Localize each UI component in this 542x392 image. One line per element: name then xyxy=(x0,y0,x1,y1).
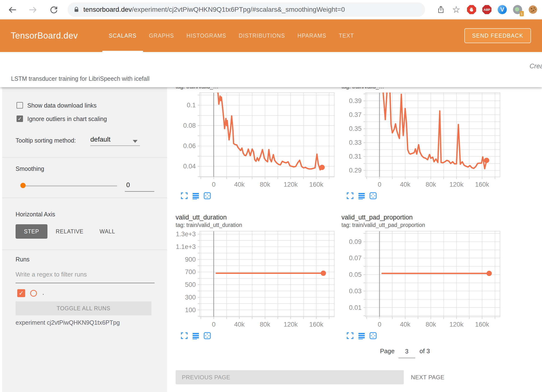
svg-text:80k: 80k xyxy=(426,181,436,188)
fullscreen-icon[interactable] xyxy=(346,332,354,340)
adblock-extension-button[interactable] xyxy=(467,5,476,14)
svg-text:0.29: 0.29 xyxy=(349,167,362,174)
url-domain: tensorboard.dev xyxy=(83,6,132,13)
axis-relative-button[interactable]: RELATIVE xyxy=(56,224,83,239)
fullscreen-icon[interactable] xyxy=(180,192,188,200)
data-table-icon[interactable] xyxy=(358,192,365,200)
chart-plot[interactable]: 1.3e+31.1e+3900700500300100040k80k120k16… xyxy=(176,231,337,329)
svg-text:40k: 40k xyxy=(400,181,410,188)
chart-plot[interactable]: 0.090.070.050.030.01040k80k120k160k xyxy=(341,231,502,329)
experiment-title-bar: Crea LSTM transducer training for LibriS… xyxy=(0,52,542,87)
abp-extension-button[interactable]: ABP xyxy=(482,5,492,14)
chart-tag: tag: train/valid_… xyxy=(176,87,337,91)
chart-toolbar xyxy=(346,192,502,200)
back-button[interactable] xyxy=(7,5,17,15)
pan-zoom-icon[interactable] xyxy=(369,332,377,340)
pan-zoom-icon[interactable] xyxy=(203,332,211,340)
svg-text:900: 900 xyxy=(185,256,196,263)
show-download-checkbox[interactable] xyxy=(17,102,23,109)
send-feedback-button[interactable]: SEND FEEDBACK xyxy=(464,28,531,43)
profile-extension-button[interactable]: 1 xyxy=(513,5,522,14)
svg-text:0: 0 xyxy=(378,181,381,188)
v-extension-icon: V xyxy=(498,5,507,14)
fullscreen-icon[interactable] xyxy=(180,332,188,340)
chart-toolbar xyxy=(180,332,337,340)
pan-zoom-icon[interactable] xyxy=(369,192,377,200)
svg-text:120k: 120k xyxy=(450,321,464,328)
share-button[interactable] xyxy=(436,5,446,14)
svg-text:0.05: 0.05 xyxy=(349,271,362,278)
tab-scalars[interactable]: SCALARS xyxy=(109,19,137,52)
bookmark-star-button[interactable]: ☆ xyxy=(451,5,461,14)
created-text-clipped: Crea xyxy=(530,63,542,70)
reload-icon xyxy=(49,5,58,14)
fullscreen-icon[interactable] xyxy=(346,192,354,200)
svg-text:120k: 120k xyxy=(284,321,298,328)
tab-histograms[interactable]: HISTOGRAMS xyxy=(186,19,226,52)
smoothing-slider-thumb[interactable] xyxy=(20,183,26,188)
data-table-icon[interactable] xyxy=(192,192,200,200)
run-checkbox[interactable]: ✓ xyxy=(17,289,25,297)
svg-text:80k: 80k xyxy=(426,321,436,328)
smoothing-slider-track[interactable] xyxy=(21,185,117,186)
smoothing-label: Smoothing xyxy=(16,165,44,172)
svg-text:80k: 80k xyxy=(260,181,270,188)
runs-label: Runs xyxy=(16,256,29,263)
url-text: tensorboard.dev/experiment/cj2vtPiwQHKN9… xyxy=(83,6,345,13)
chart-toolbar xyxy=(180,192,337,200)
smoothing-value-input[interactable] xyxy=(125,181,154,189)
tooltip-sorting-label: Tooltip sorting method: xyxy=(16,137,76,144)
tab-distributions[interactable]: DISTRIBUTIONS xyxy=(239,19,285,52)
app-header: TensorBoard.dev SCALARS GRAPHS HISTOGRAM… xyxy=(0,19,542,52)
cookie-icon xyxy=(528,5,537,14)
v-extension-button[interactable]: V xyxy=(497,5,507,14)
svg-text:0.01: 0.01 xyxy=(349,304,362,311)
next-page-button[interactable]: NEXT PAGE xyxy=(411,370,444,384)
app-logo[interactable]: TensorBoard.dev xyxy=(11,31,78,41)
svg-text:0: 0 xyxy=(378,321,381,328)
data-table-icon[interactable] xyxy=(192,332,200,340)
chart-title: valid_utt_pad_proportion xyxy=(341,214,502,222)
svg-text:0.09: 0.09 xyxy=(349,238,362,245)
page-number-input[interactable] xyxy=(398,346,415,358)
chart-row-1-clipped: tag: train/valid_…0.10.080.060.04040k80k… xyxy=(167,87,542,202)
toggle-all-runs-button[interactable]: TOGGLE ALL RUNS xyxy=(16,301,151,315)
chevron-down-icon[interactable] xyxy=(133,140,138,143)
scalar-chart-card: valid_utt_durationtag: train/valid_utt_d… xyxy=(176,214,337,340)
chart-toolbar xyxy=(346,332,502,340)
pan-zoom-icon[interactable] xyxy=(203,192,211,200)
forward-button[interactable] xyxy=(28,5,38,15)
axis-wall-button[interactable]: WALL xyxy=(99,224,116,239)
data-table-icon[interactable] xyxy=(358,332,365,340)
tooltip-sorting-select[interactable]: default xyxy=(90,136,110,143)
chart-plot[interactable]: 0.10.080.060.04040k80k120k160k xyxy=(176,92,337,189)
tab-hparams[interactable]: HPARAMS xyxy=(298,19,326,52)
smoothing-input-underline xyxy=(125,191,154,192)
tab-graphs[interactable]: GRAPHS xyxy=(149,19,174,52)
horizontal-axis-label: Horizontal Axis xyxy=(16,211,55,218)
runs-regex-input[interactable] xyxy=(16,271,150,278)
tooltip-select-underline xyxy=(90,145,140,146)
svg-text:160k: 160k xyxy=(309,181,323,188)
tab-text[interactable]: TEXT xyxy=(339,19,354,52)
chart-plot[interactable]: 0.390.370.350.330.310.29040k80k120k160k xyxy=(341,92,502,189)
svg-text:40k: 40k xyxy=(234,321,245,328)
star-icon: ☆ xyxy=(452,5,460,14)
reload-button[interactable] xyxy=(49,5,59,15)
svg-text:0.35: 0.35 xyxy=(349,125,362,132)
svg-text:160k: 160k xyxy=(475,321,489,328)
axis-step-button[interactable]: STEP xyxy=(16,224,47,239)
chart-title: valid_utt_duration xyxy=(176,214,337,222)
scalar-chart-card: valid_utt_pad_proportiontag: train/valid… xyxy=(341,214,502,340)
previous-page-button[interactable]: PREVIOUS PAGE xyxy=(176,370,404,384)
svg-text:40k: 40k xyxy=(400,321,410,328)
ignore-outliers-checkbox[interactable]: ✓ xyxy=(17,115,23,122)
svg-text:100: 100 xyxy=(185,306,196,314)
url-path: /experiment/cj2vtPiwQHKN9Q1tx6PTpg/#scal… xyxy=(132,6,345,13)
cookie-extension-button[interactable] xyxy=(528,5,538,14)
chart-tag: tag: train/valid_… xyxy=(341,87,502,91)
runs-input-underline xyxy=(16,283,155,283)
charts-main-area: tag: train/valid_…0.10.080.060.04040k80k… xyxy=(167,87,542,392)
url-bar[interactable]: tensorboard.dev/experiment/cj2vtPiwQHKN9… xyxy=(68,2,425,17)
svg-text:0.33: 0.33 xyxy=(349,139,362,146)
